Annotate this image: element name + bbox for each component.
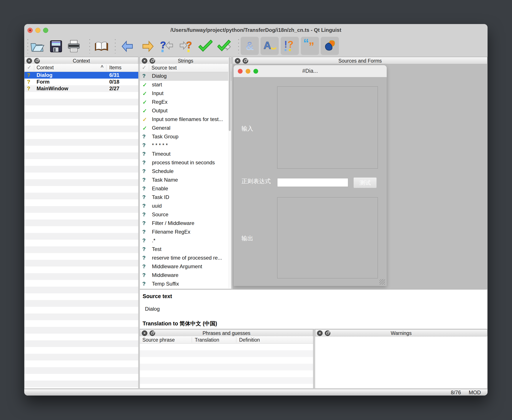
context-name: Dialog [37, 72, 52, 78]
test-button[interactable]: 测试 [353, 177, 377, 188]
string-status-icon [142, 160, 146, 166]
toolbar-separator [115, 39, 116, 53]
string-row[interactable]: Source [140, 211, 231, 219]
string-row[interactable]: * * * * * [140, 141, 231, 150]
markers-toggle[interactable] [321, 37, 339, 55]
context-row[interactable]: MainWindow 2/27 [24, 85, 138, 92]
svg-text:A: A [264, 40, 271, 51]
print-icon [67, 39, 81, 53]
open-file-button[interactable] [30, 38, 45, 55]
string-row[interactable]: Task Group [140, 133, 231, 141]
translation-label: Translation to 简体中文 (中国) [143, 320, 217, 327]
string-row[interactable]: Output [140, 107, 231, 115]
check-column-icon: ✓ [27, 64, 31, 70]
string-row[interactable]: process timeout in seconds [140, 159, 231, 167]
string-row[interactable]: Temp Suffix [140, 280, 231, 289]
string-status-icon [142, 238, 146, 244]
string-row[interactable]: .* [140, 237, 231, 245]
ending-punctuation-toggle[interactable]: A [260, 37, 279, 55]
next-unfinished-button[interactable]: ? [178, 38, 194, 55]
string-row[interactable]: Enable [140, 185, 231, 193]
string-row[interactable]: Test [140, 245, 231, 254]
string-status-icon [142, 168, 146, 174]
string-source-text: General [152, 125, 170, 131]
string-row[interactable]: General [140, 124, 231, 133]
string-row[interactable]: start [140, 81, 231, 90]
place-markers-toggle[interactable]: “ ” [301, 37, 319, 55]
string-source-text: Dialog [152, 73, 167, 79]
string-status-icon [142, 246, 146, 252]
strings-scrollbar[interactable] [228, 57, 231, 288]
svg-text:?: ? [186, 40, 192, 50]
phrases-column-header[interactable]: Source phrase Translation Definition [140, 336, 313, 344]
string-source-text: Timeout [152, 151, 171, 157]
done-and-next-button[interactable] [217, 38, 233, 55]
string-row[interactable]: Task ID [140, 193, 231, 202]
input-box [277, 86, 378, 169]
string-row[interactable]: Filename RegEx [140, 228, 231, 237]
string-row[interactable]: uuid [140, 202, 231, 211]
save-button[interactable] [48, 38, 64, 55]
print-button[interactable] [66, 38, 82, 55]
phrase-book-icon [94, 40, 109, 53]
done-button[interactable] [197, 38, 213, 55]
string-row[interactable]: Schedule [140, 167, 231, 176]
string-source-text: Task Group [152, 134, 178, 140]
regex-input[interactable] [277, 178, 348, 187]
ending-punctuation-icon: A [263, 40, 277, 52]
next-button[interactable] [140, 38, 156, 55]
sources-panel-titlebar: × Sources and Forms [233, 57, 487, 64]
string-status-icon [142, 220, 146, 226]
phrase-matches-toggle[interactable]: ! ? [281, 37, 299, 55]
string-source-text: Filename RegEx [152, 229, 190, 235]
strings-column-header[interactable]: ✓ Source text [140, 64, 231, 72]
string-row[interactable]: Input some filenames for test... [140, 115, 231, 124]
string-row[interactable]: Dialog [140, 72, 231, 81]
string-status-icon [142, 125, 147, 132]
string-status-icon [142, 73, 146, 79]
string-source-text: Middleware [152, 272, 178, 278]
form-preview-window: #Dia... 输入 正则表达式 测试 输出 [233, 65, 387, 286]
modified-indicator: MOD [469, 390, 481, 396]
context-items-count: 0/18 [109, 79, 119, 85]
prev-arrow-icon [120, 40, 135, 53]
string-row[interactable]: reserve time of processed re... [140, 254, 231, 262]
sort-ascending-icon: ^ [101, 64, 104, 70]
string-source-text: * * * * * [152, 142, 168, 148]
string-source-text: RegEx [152, 99, 168, 105]
preview-titlebar: #Dia... [233, 65, 387, 77]
phrase-book-button[interactable] [94, 38, 110, 55]
context-name: Form [37, 79, 50, 85]
prev-button[interactable] [119, 38, 135, 55]
svg-text:”: ” [309, 40, 314, 52]
warnings-panel: × Warnings [315, 329, 488, 389]
source-text-label: Source text [143, 293, 172, 300]
preview-window-title: #Dia... [233, 68, 387, 74]
unfinished-question-icon [27, 72, 30, 78]
context-row[interactable]: Form 0/18 [24, 79, 138, 85]
accelerators-toggle[interactable]: & [241, 37, 259, 55]
string-row[interactable]: Input [140, 90, 231, 98]
string-row[interactable]: Middleware Argument [140, 262, 231, 271]
phrases-panel-titlebar: × Phrases and guesses [140, 329, 313, 337]
string-status-icon [142, 272, 146, 278]
string-row[interactable]: Timeout [140, 150, 231, 159]
string-status-icon [142, 203, 146, 209]
string-status-icon [142, 116, 147, 123]
translation-column-label: Translation [195, 337, 219, 343]
scrollbar-thumb[interactable] [229, 57, 231, 131]
prev-unfinished-button[interactable]: ? [158, 38, 174, 55]
context-row[interactable]: Dialog 6/31 [24, 72, 138, 79]
context-column-header[interactable]: ✓ Context ^ Items [24, 64, 138, 72]
next-unfinished-icon: ? [179, 39, 194, 53]
phrase-matches-icon: ! ? [284, 39, 296, 53]
check-column-icon: ✓ [142, 65, 146, 71]
string-row[interactable]: Task Name [140, 176, 231, 185]
string-row[interactable]: Filter / Middleware [140, 219, 231, 228]
done-and-next-icon [217, 39, 233, 53]
context-items-count: 6/31 [109, 72, 119, 78]
string-row[interactable]: RegEx [140, 98, 231, 107]
string-status-icon [142, 229, 146, 235]
string-row[interactable]: Middleware [140, 271, 231, 280]
resize-grip-icon[interactable] [379, 279, 385, 285]
